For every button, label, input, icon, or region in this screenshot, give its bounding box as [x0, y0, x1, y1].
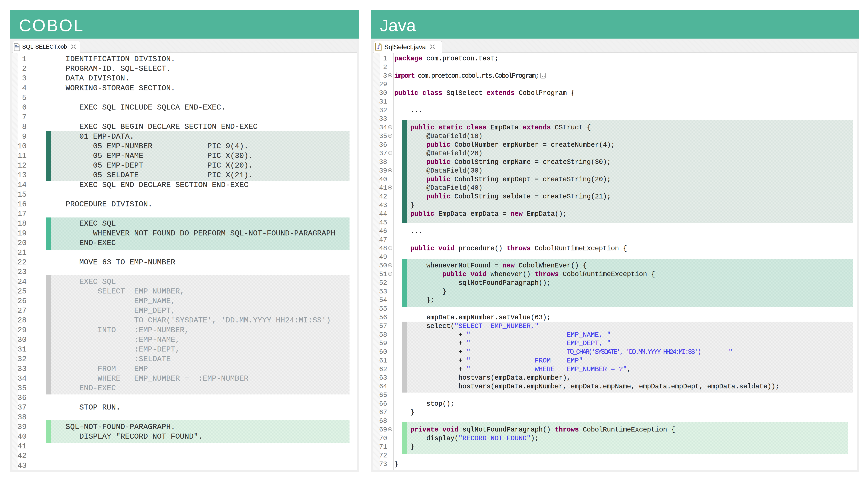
svg-text:J: J	[377, 44, 380, 50]
